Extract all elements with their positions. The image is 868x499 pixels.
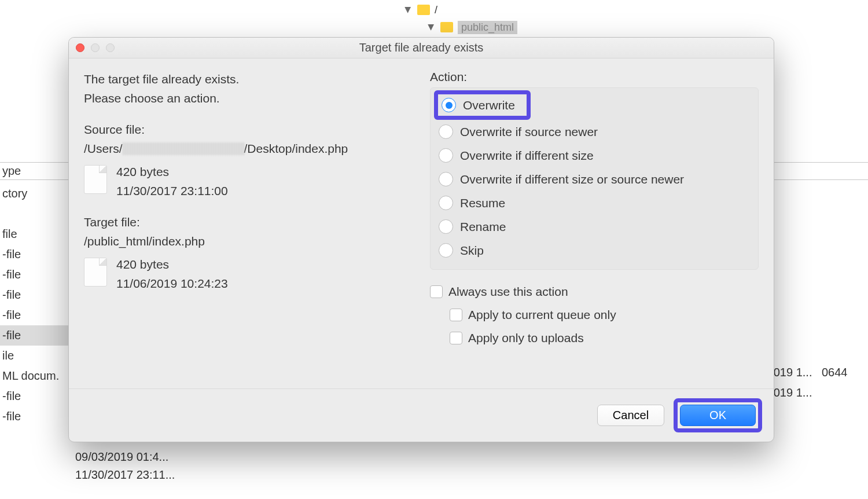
radio-label: Overwrite xyxy=(463,98,515,112)
radio-overwrite-if-different-size[interactable]: Overwrite if different size xyxy=(439,144,750,167)
background-left-list: ype ctory file-file-file-file-file-filei… xyxy=(0,162,69,427)
list-item[interactable]: -file xyxy=(0,244,69,265)
list-item[interactable]: ML docum. xyxy=(0,366,69,386)
dialog-footer: Cancel OK xyxy=(69,388,774,442)
source-file-size: 420 bytes xyxy=(116,163,228,182)
radio-label: Overwrite if different size xyxy=(460,149,594,163)
source-file-date: 11/30/2017 23:11:00 xyxy=(116,182,228,201)
folder-icon xyxy=(417,5,430,15)
list-item[interactable] xyxy=(0,204,69,224)
always-use-label: Always use this action xyxy=(448,285,568,299)
list-item[interactable]: -file xyxy=(0,325,69,346)
apply-queue-label: Apply to current queue only xyxy=(468,308,616,322)
list-item[interactable]: -file xyxy=(0,305,69,325)
blurred-username xyxy=(123,142,244,155)
dialog-right-column: Action: OverwriteOverwrite if source new… xyxy=(430,70,759,388)
left-date-2: 11/30/2017 23:11... xyxy=(75,466,175,484)
radio-skip[interactable]: Skip xyxy=(439,239,750,262)
dialog-left-column: The target file already exists. Please c… xyxy=(84,70,413,388)
tree-child-label: public_html xyxy=(458,21,517,34)
left-date-1: 09/03/2019 01:4... xyxy=(75,448,175,466)
always-use-action-row[interactable]: Always use this action xyxy=(430,280,759,303)
left-list-header[interactable]: ype xyxy=(0,162,69,180)
dialog-msg-2: Please choose an action. xyxy=(84,89,413,108)
dialog-title: Target file already exists xyxy=(69,41,774,54)
radio-label: Skip xyxy=(460,244,484,258)
cancel-button[interactable]: Cancel xyxy=(597,405,664,426)
source-file-path: /Users//Desktop/index.php xyxy=(84,140,413,159)
ok-highlight: OK xyxy=(674,398,762,432)
tree-row-child[interactable]: ▶ public_html xyxy=(405,19,517,36)
list-item[interactable]: ile xyxy=(0,346,69,366)
action-label: Action: xyxy=(430,70,759,84)
radio-label: Resume xyxy=(460,196,505,210)
apply-queue-row[interactable]: Apply to current queue only xyxy=(430,303,759,326)
overwrite-dialog: Target file already exists The target fi… xyxy=(68,37,774,442)
target-file-path: /public_html/index.php xyxy=(84,232,413,251)
list-item[interactable]: -file xyxy=(0,265,69,285)
tree-root-label: / xyxy=(435,4,437,16)
list-item[interactable]: -file xyxy=(0,285,69,305)
list-item[interactable]: ctory xyxy=(0,184,69,204)
list-item[interactable]: -file xyxy=(0,406,69,427)
background-left-dates: 09/03/2019 01:4... 11/30/2017 23:11... xyxy=(75,448,175,484)
apply-uploads-row[interactable]: Apply only to uploads xyxy=(430,326,759,350)
target-file-label: Target file: xyxy=(84,213,413,232)
radio-button[interactable] xyxy=(442,98,456,112)
radio-button[interactable] xyxy=(439,219,453,234)
radio-label: Overwrite if different size or source ne… xyxy=(460,173,684,186)
chevron-down-icon: ▶ xyxy=(427,24,436,31)
radio-button[interactable] xyxy=(439,148,453,163)
dialog-msg-1: The target file already exists. xyxy=(84,70,413,89)
list-item[interactable]: -file xyxy=(0,386,69,406)
radio-label: Overwrite if source newer xyxy=(460,125,598,139)
source-file-label: Source file: xyxy=(84,120,413,140)
folder-icon xyxy=(440,22,453,32)
radio-resume[interactable]: Resume xyxy=(439,191,750,215)
radio-label: Rename xyxy=(460,220,506,234)
radio-rename[interactable]: Rename xyxy=(439,215,750,239)
background-folder-tree: ▶ / ▶ public_html xyxy=(405,1,517,36)
checkbox-apply-queue[interactable] xyxy=(450,309,462,321)
radio-overwrite[interactable]: Overwrite xyxy=(434,90,531,120)
checkbox-always-use[interactable] xyxy=(430,285,443,298)
radio-button[interactable] xyxy=(439,196,453,210)
file-icon xyxy=(84,165,107,194)
radio-overwrite-if-different-size-or-source-newer[interactable]: Overwrite if different size or source ne… xyxy=(439,167,750,191)
dialog-titlebar: Target file already exists xyxy=(69,38,774,58)
radio-overwrite-if-source-newer[interactable]: Overwrite if source newer xyxy=(439,120,750,144)
action-radio-group: OverwriteOverwrite if source newerOverwr… xyxy=(430,87,759,270)
radio-button[interactable] xyxy=(439,124,453,139)
radio-button[interactable] xyxy=(439,243,453,258)
list-item[interactable]: file xyxy=(0,224,69,244)
ok-button[interactable]: OK xyxy=(680,405,756,426)
radio-button[interactable] xyxy=(439,172,453,186)
file-icon xyxy=(84,258,107,287)
checkbox-apply-uploads[interactable] xyxy=(450,332,462,344)
target-file-date: 11/06/2019 10:24:23 xyxy=(116,274,228,293)
apply-uploads-label: Apply only to uploads xyxy=(468,331,584,345)
target-file-size: 420 bytes xyxy=(116,255,228,274)
tree-row-root[interactable]: ▶ / xyxy=(405,1,517,19)
chevron-down-icon: ▶ xyxy=(404,7,413,13)
